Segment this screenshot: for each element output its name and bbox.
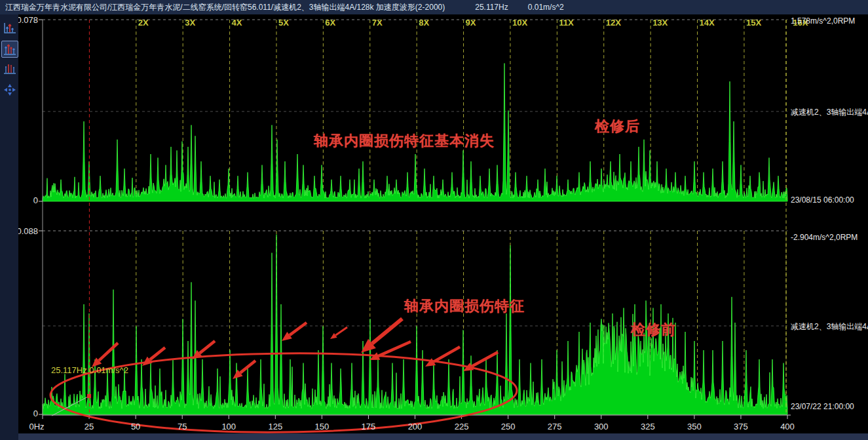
x-tick-label-25: 25: [75, 422, 104, 431]
x-tick-label-325: 325: [633, 422, 662, 431]
harmonic-label-12X: 12X: [606, 18, 621, 28]
spectrum-lines-icon[interactable]: [1, 60, 18, 77]
x-tick-label-125: 125: [261, 422, 290, 431]
x-tick-label-175: 175: [354, 422, 383, 431]
x-tick-label-200: 200: [401, 422, 430, 431]
x-tick-label-0Hz: 0Hz: [22, 422, 51, 431]
toolbar: [0, 14, 18, 440]
harmonic-label-14X: 14X: [700, 18, 715, 28]
x-tick-label-75: 75: [168, 422, 197, 431]
harmonic-label-2X: 2X: [138, 18, 149, 28]
status-bar: [0, 433, 868, 440]
harmonic-label-7X: 7X: [372, 18, 383, 28]
harmonic-label-10X: 10X: [512, 18, 527, 28]
breadcrumb: 江西瑞金万年青水泥有限公司/江西瑞金万年青水泥/二线窑系统/回转窑56.011/…: [5, 3, 445, 12]
pan-move-icon[interactable]: [1, 81, 18, 98]
x-tick-label-150: 150: [307, 422, 336, 431]
x-tick-label-400: 400: [773, 422, 802, 431]
x-tick-label-225: 225: [447, 422, 476, 431]
peak-cursor-readout: 25.117Hz 0.01m/s^2: [51, 365, 128, 375]
harmonic-label-15X: 15X: [746, 18, 761, 28]
cursor-amplitude-readout: 0.01m/s^2: [528, 3, 564, 12]
harmonic-label-9X: 9X: [466, 18, 476, 28]
single-spectrum-icon[interactable]: [1, 20, 18, 37]
x-tick-label-100: 100: [214, 422, 243, 431]
annotation-before-repair: 检修前: [631, 320, 676, 340]
x-tick-label-300: 300: [587, 422, 616, 431]
timestamp-bottom: 23/07/22 21:00:00: [791, 402, 854, 411]
amplitude-readout-top: 1.578m/s^2,0RPM: [791, 16, 855, 26]
harmonic-label-13X: 13X: [652, 18, 668, 28]
x-tick-label-250: 250: [494, 422, 523, 431]
annotation-top-note: 轴承内圈损伤特征基本消失: [314, 131, 495, 151]
channel-label-bottom: 减速机2、3轴输出端4A: [791, 321, 868, 332]
multi-spectrum-icon[interactable]: [1, 41, 18, 58]
harmonic-label-5X: 5X: [278, 18, 289, 28]
vibration-analysis-window: { "title_bar": { "path": "江西瑞金万年青水泥有限公司/…: [0, 0, 868, 440]
x-tick-label-275: 275: [540, 422, 569, 431]
harmonic-label-6X: 6X: [325, 18, 335, 28]
amplitude-readout-bottom: -2.904m/s^2,0RPM: [791, 233, 858, 242]
harmonic-label-11X: 11X: [559, 18, 573, 28]
x-tick-label-350: 350: [680, 422, 709, 431]
x-tick-label-50: 50: [121, 422, 150, 431]
annotation-after-repair: 检修后: [595, 117, 640, 136]
cursor-peak-marker: [87, 394, 91, 398]
annotation-bottom-note: 轴承内圈损伤特征: [404, 296, 525, 316]
cursor-frequency-readout: 25.117Hz: [475, 3, 508, 12]
spectra-graphics: [0, 0, 868, 440]
harmonic-label-3X: 3X: [185, 18, 195, 28]
harmonic-label-8X: 8X: [419, 18, 429, 28]
x-tick-label-375: 375: [726, 422, 755, 431]
channel-label-top: 减速机2、3轴输出端4A: [791, 107, 868, 118]
harmonic-label-4X: 4X: [232, 18, 242, 28]
timestamp-top: 23/08/15 06:00:00: [791, 195, 854, 205]
title-bar: 江西瑞金万年青水泥有限公司/江西瑞金万年青水泥/二线窑系统/回转窑56.011/…: [0, 0, 868, 14]
